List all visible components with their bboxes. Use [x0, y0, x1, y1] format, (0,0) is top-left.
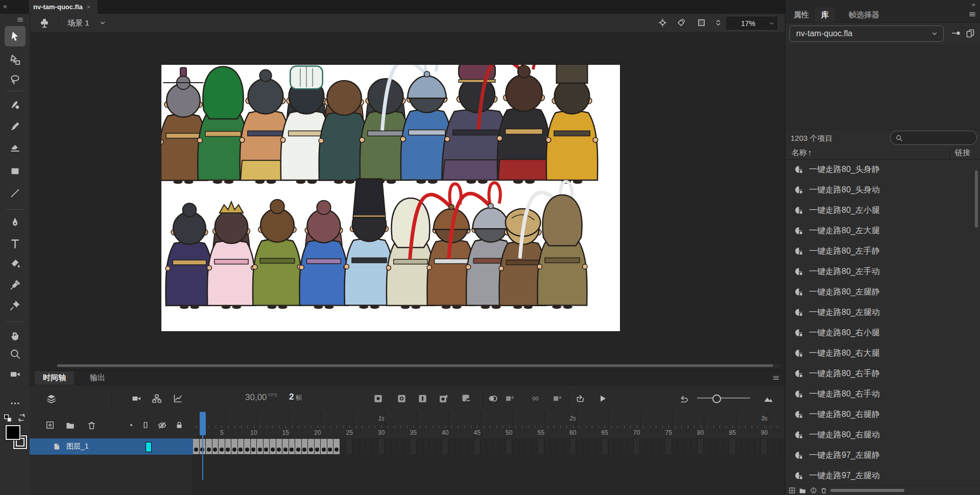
tab-output[interactable]: 输出 — [82, 371, 113, 385]
empty-frame-cell[interactable] — [417, 439, 423, 454]
subselection-tool[interactable] — [5, 50, 26, 70]
insert-blank-keyframe-icon[interactable] — [397, 393, 407, 403]
delete-item-icon[interactable] — [820, 487, 827, 494]
keyframe-cell[interactable] — [257, 439, 263, 454]
keyframe-cell[interactable] — [321, 439, 327, 454]
keyframe-cell[interactable] — [212, 439, 219, 454]
empty-frame-cell[interactable] — [640, 439, 647, 454]
empty-frame-cell[interactable] — [634, 439, 640, 454]
edit-multiple-frames-icon[interactable] — [505, 393, 515, 404]
empty-frame-cell[interactable] — [698, 439, 704, 454]
insert-keyframe-icon[interactable] — [373, 393, 383, 403]
playhead[interactable] — [200, 412, 206, 435]
stage-horizontal-scrollbar[interactable] — [56, 364, 781, 367]
edit-symbols-icon[interactable] — [39, 17, 50, 29]
pin-library-icon[interactable] — [951, 28, 961, 38]
empty-frame-cell[interactable] — [704, 439, 710, 454]
keyframe-cell[interactable] — [231, 439, 237, 454]
empty-frame-cell[interactable] — [442, 439, 449, 454]
library-search-box[interactable] — [890, 131, 977, 145]
empty-frame-cell[interactable] — [768, 439, 774, 454]
keyframe-cell[interactable] — [295, 439, 301, 454]
library-item[interactable]: 一键走路80_左腿静 — [785, 282, 980, 302]
empty-frame-cell[interactable] — [761, 439, 768, 454]
empty-frame-cell[interactable] — [448, 439, 455, 454]
library-item[interactable]: 一键走路80_右腿静 — [785, 404, 980, 425]
library-item[interactable]: 一键走路80_右手动 — [785, 384, 980, 404]
tab-properties[interactable]: 属性 — [788, 7, 814, 22]
empty-frame-cell[interactable] — [621, 439, 628, 454]
more-tools[interactable] — [5, 393, 26, 413]
highlight-layer-icon[interactable] — [141, 420, 150, 430]
new-symbol-icon[interactable] — [788, 487, 796, 494]
layer-frames-row[interactable] — [193, 438, 785, 455]
empty-frame-cell[interactable] — [716, 439, 723, 454]
empty-frame-cell[interactable] — [557, 439, 564, 454]
empty-frame-cell[interactable] — [710, 439, 717, 454]
empty-frame-cell[interactable] — [532, 439, 538, 454]
tab-library[interactable]: 库 — [815, 7, 835, 22]
empty-frame-cell[interactable] — [506, 439, 513, 454]
empty-frame-cell[interactable] — [608, 439, 615, 454]
empty-frame-cell[interactable] — [423, 439, 429, 454]
undo-icon[interactable] — [679, 393, 689, 404]
empty-frame-cell[interactable] — [499, 439, 506, 454]
empty-frame-cell[interactable] — [602, 439, 608, 454]
empty-frame-cell[interactable] — [665, 439, 672, 454]
new-folder-icon[interactable] — [799, 487, 806, 494]
swap-colors-icon[interactable] — [17, 413, 27, 423]
selection-tool[interactable] — [5, 26, 26, 46]
library-item[interactable]: 一键走路80_左手动 — [785, 261, 980, 282]
rotation-icon[interactable] — [676, 18, 686, 28]
rectangle-tool[interactable] — [5, 161, 26, 181]
library-item[interactable]: 一键走路80_头身静 — [785, 159, 980, 180]
layer-name[interactable]: 图层_1 — [66, 442, 89, 451]
empty-frame-cell[interactable] — [653, 439, 659, 454]
clip-content-icon[interactable] — [697, 18, 706, 28]
library-document-dropdown[interactable]: nv-tam-quoc.fla — [790, 26, 944, 42]
asset-warp-tool[interactable] — [5, 295, 26, 315]
stroke-color-swatch[interactable] — [6, 425, 20, 440]
library-item[interactable]: 一键走路97_左腿静 — [785, 445, 980, 465]
empty-frame-cell[interactable] — [551, 439, 557, 454]
keyframe-cell[interactable] — [327, 439, 333, 454]
empty-frame-cell[interactable] — [468, 439, 474, 454]
empty-frame-cell[interactable] — [627, 439, 634, 454]
delete-layer-icon[interactable] — [87, 420, 97, 430]
empty-frame-cell[interactable] — [595, 439, 602, 454]
character-sprite-20[interactable] — [524, 201, 601, 310]
empty-frame-cell[interactable] — [385, 439, 391, 454]
classic-brush-tool[interactable] — [5, 116, 26, 136]
empty-frame-cell[interactable] — [570, 439, 577, 454]
paint-bucket-tool[interactable] — [5, 253, 26, 273]
hide-layers-icon[interactable] — [157, 420, 167, 430]
layers-icon[interactable] — [46, 393, 57, 404]
library-item[interactable]: 一键走路80_右腿动 — [785, 425, 980, 445]
add-folder-icon[interactable] — [65, 420, 75, 430]
keyframe-cell[interactable] — [264, 439, 270, 454]
insert-frame-icon[interactable] — [418, 393, 427, 403]
empty-frame-cell[interactable] — [576, 439, 583, 454]
eraser-tool[interactable] — [5, 137, 26, 157]
loop-icon[interactable] — [575, 393, 585, 404]
document-tab[interactable]: nv-tam-quoc.fla × — [29, 0, 98, 14]
library-item[interactable]: 一键走路80_左手静 — [785, 241, 980, 261]
empty-frame-cell[interactable] — [742, 439, 749, 454]
empty-frame-cell[interactable] — [353, 439, 360, 454]
empty-frame-cell[interactable] — [487, 439, 493, 454]
keyframe-cell[interactable] — [315, 439, 321, 454]
line-tool[interactable] — [5, 183, 26, 203]
keyframe-cell[interactable] — [282, 439, 289, 454]
keyframe-cell[interactable] — [276, 439, 282, 454]
empty-frame-cell[interactable] — [774, 439, 781, 454]
keyframe-cell[interactable] — [219, 439, 225, 454]
scene-chevron-down-icon[interactable] — [99, 19, 106, 27]
empty-frame-cell[interactable] — [691, 439, 698, 454]
empty-frame-cell[interactable] — [455, 439, 462, 454]
text-tool[interactable] — [5, 233, 26, 254]
lasso-tool[interactable] — [5, 69, 26, 89]
empty-frame-cell[interactable] — [544, 439, 551, 454]
empty-frame-cell[interactable] — [538, 439, 544, 454]
timeline-ruler[interactable]: 1s2s3s5101520253035404550556065707580859… — [193, 412, 785, 439]
eyedropper-tool[interactable] — [5, 275, 26, 295]
